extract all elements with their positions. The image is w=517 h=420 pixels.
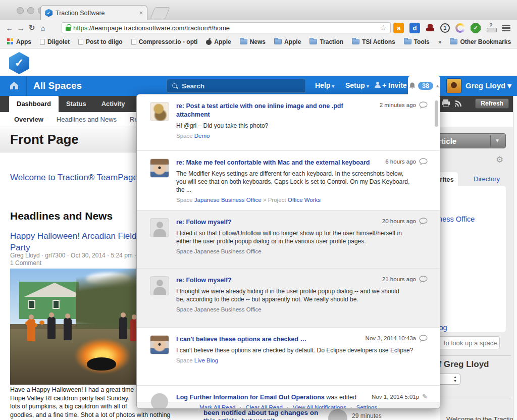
notification-item[interactable]: re: Follow myself? 21 hours ago I though… [137, 269, 440, 328]
space-link[interactable]: Japanese Business Office [194, 197, 262, 203]
setup-menu[interactable]: Setup▾ [345, 81, 369, 89]
space-link[interactable]: Demo [194, 133, 210, 139]
new-tab-button[interactable] [150, 7, 170, 19]
notification-space: Space Japanese Business Office [176, 248, 428, 254]
shortcut-help-extension-icon[interactable] [486, 24, 496, 33]
print-icon[interactable] [441, 99, 450, 107]
notification-item[interactable]: re: Follow myself? 20 hours ago I fixed … [137, 211, 440, 269]
avatar-placeholder[interactable] [150, 276, 169, 295]
diigo-extension-icon[interactable]: d [409, 23, 420, 33]
page-icon [131, 39, 136, 45]
notification-space: Space Japanese Business Office [176, 306, 428, 312]
notification-item[interactable]: Log Further Information for Email Out Op… [137, 386, 440, 402]
amazon-extension-icon[interactable]: a [393, 23, 404, 33]
tab-activity[interactable]: Activity [94, 96, 133, 112]
tab-close-icon[interactable]: × [139, 9, 143, 17]
tab-status[interactable]: Status [59, 96, 94, 112]
avatar[interactable] [150, 335, 169, 354]
reload-icon[interactable]: ↻ [26, 23, 37, 32]
home-icon[interactable]: ⌂ [37, 24, 48, 32]
forward-icon[interactable]: → [15, 24, 26, 32]
sidebar-divider [440, 355, 511, 356]
avatar[interactable] [150, 159, 169, 178]
notification-time: 6 hours ago [385, 158, 428, 165]
browser-tab-title: Traction Software [56, 10, 136, 17]
bookmark-folder-tools[interactable]: Tools [404, 38, 430, 45]
bookmark-diigolet[interactable]: Diigolet [40, 38, 70, 45]
notification-time: 20 hours ago [382, 218, 428, 225]
avatar-placeholder[interactable] [151, 393, 168, 409]
sidebar-divider [440, 398, 511, 398]
settings-link[interactable]: Settings [356, 404, 377, 409]
help-menu[interactable]: Help▾ [315, 81, 334, 89]
background-question-link[interactable]: been notified about tag changes on this … [203, 409, 318, 420]
home-nav-icon[interactable] [9, 81, 19, 90]
notification-item[interactable]: re: Make me feel confortable with Mac an… [137, 151, 440, 211]
panel-scrollbar-thumb[interactable] [435, 100, 438, 127]
chrome-menu-icon[interactable] [502, 25, 510, 32]
avatar[interactable] [150, 102, 169, 121]
bookmark-post-to-diigo[interactable]: Post to diigo [78, 38, 123, 45]
avatar-placeholder[interactable] [150, 218, 169, 237]
window-minimize-button[interactable] [27, 7, 34, 14]
user-avatar[interactable] [446, 78, 461, 93]
bookmark-folder-traction[interactable]: Traction [309, 38, 343, 45]
site-favicon: ✓ [45, 9, 53, 17]
tab-directory[interactable]: Directory [474, 175, 500, 183]
notification-item[interactable]: re: Post a test article with one inline … [137, 94, 440, 151]
search-input[interactable]: Search [167, 79, 306, 93]
circle-1-extension-icon[interactable]: 1 [440, 23, 450, 33]
notification-body: I thought we were already hiding it in t… [176, 287, 428, 303]
bookmark-folder-tsi-actions[interactable]: TSI Actions [352, 38, 395, 45]
view-all-notifications-link[interactable]: View All Notifications [293, 404, 346, 409]
back-icon[interactable]: ← [4, 24, 15, 32]
notifications-footer: Mark All Read · Clear All Read · View Al… [137, 402, 440, 409]
page-scrollbar-track[interactable] [513, 96, 517, 420]
project-link[interactable]: Office Works [288, 197, 321, 203]
notification-title[interactable]: re: Follow myself? [176, 276, 408, 285]
all-spaces-label[interactable]: All Spaces [33, 80, 82, 91]
green-octagon-extension-icon[interactable]: ✓ [471, 23, 481, 33]
chevron-down-icon: ▾ [507, 81, 511, 90]
window-close-button[interactable] [17, 7, 24, 14]
ring-extension-icon[interactable] [455, 23, 465, 33]
teampage-logo-icon[interactable]: ✓ [9, 52, 29, 74]
clear-all-read-link[interactable]: Clear All Read [245, 404, 283, 409]
notification-title[interactable]: re: Follow myself? [176, 218, 408, 227]
subnav-headlines[interactable]: Headlines and News [57, 116, 117, 123]
article-title-link[interactable]: Happy Halloween! Arcadian Fields F Party [10, 230, 148, 253]
bookmark-folder-apple[interactable]: Apple [274, 38, 301, 45]
bookmark-folder-news[interactable]: News [240, 38, 266, 45]
notification-title[interactable]: re: Make me feel confortable with Mac an… [176, 159, 408, 167]
tab-dashboard[interactable]: Dashboard [9, 96, 59, 112]
nav-divider [26, 76, 27, 96]
welcome-link[interactable]: Welcome to Traction® TeamPage™ [10, 173, 146, 183]
sidebar-welcome-note: Welcome to the Traction TeamP [446, 415, 517, 420]
gear-icon[interactable]: ⚙ [496, 154, 503, 165]
notifications-toggle[interactable]: 38 ▲ [408, 76, 440, 96]
chevron-down-icon: ▼ [495, 138, 500, 143]
bookmark-star-icon[interactable]: ☆ [380, 23, 387, 32]
armchair-extension-icon[interactable] [426, 24, 435, 32]
bookmarks-overflow-chevron[interactable]: » [438, 38, 442, 45]
address-bar[interactable]: https://teampage.tractionsoftware.com/tr… [62, 22, 391, 33]
url-rest: ://teampage.tractionsoftware.com/tractio… [87, 24, 230, 32]
other-bookmarks[interactable]: Other Bookmarks [450, 38, 511, 45]
refresh-button[interactable]: Refresh [475, 98, 509, 109]
space-link[interactable]: Live Blog [194, 357, 218, 363]
browser-tab[interactable]: ✓ Traction Software × [40, 5, 147, 20]
user-menu[interactable]: Greg Lloyd ▾ [466, 81, 511, 90]
bookmark-apple[interactable]: Apple [206, 38, 231, 45]
mark-all-read-link[interactable]: Mark All Read [199, 404, 236, 409]
article-byline: Greg Lloyd · grl7300 · Oct 30, 2014 · 5:… [10, 252, 147, 259]
invite-button[interactable]: + Invite [375, 81, 407, 89]
notification-item[interactable]: I can't believe these options are checke… [137, 328, 440, 386]
bookmark-compressor[interactable]: Compressor.io - opti [131, 38, 198, 45]
article-comment-count[interactable]: 1 Comment [10, 259, 41, 267]
rss-icon[interactable] [455, 99, 462, 107]
folder-icon [274, 39, 282, 44]
notification-title[interactable]: re: Post a test article with one inline … [176, 102, 408, 119]
extension-icons: a d 1 ✓ [393, 23, 510, 33]
subnav-overview[interactable]: Overview [14, 116, 43, 123]
bookmark-apps[interactable]: Apps [7, 38, 31, 45]
